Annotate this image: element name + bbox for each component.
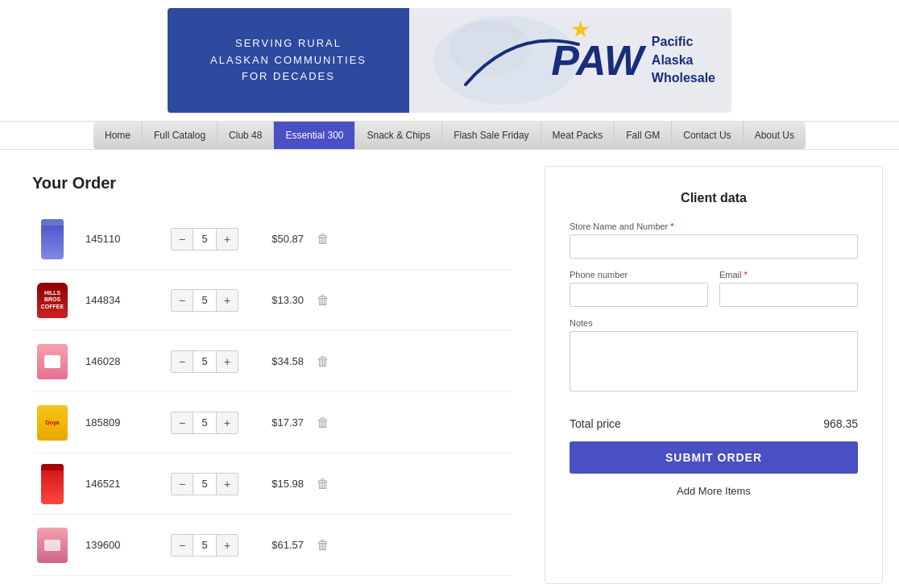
nav-item-club-48[interactable]: Club 48 — [218, 122, 274, 149]
order-title: Your Order — [32, 174, 512, 193]
qty-increase-0[interactable]: + — [217, 229, 238, 250]
delete-item-0[interactable]: 🗑 — [317, 232, 329, 246]
nav-item-full-catalog[interactable]: Full Catalog — [143, 122, 218, 149]
email-input[interactable] — [719, 283, 858, 307]
nav-item-flash-sale-friday[interactable]: Flash Sale Friday — [442, 122, 541, 149]
qty-input-1[interactable] — [193, 290, 217, 311]
item-price-3: $17.37 — [251, 416, 304, 429]
item-sku-0: 145110 — [85, 233, 158, 245]
qty-control-0: − + — [171, 228, 238, 251]
item-sku-2: 146028 — [85, 355, 158, 367]
total-row: Total price 968.35 — [570, 406, 858, 441]
item-price-0: $50.87 — [251, 233, 304, 245]
navigation: HomeFull CatalogClub 48Essential 300Snac… — [0, 121, 899, 150]
nav-item-meat-packs[interactable]: Meat Packs — [541, 122, 615, 149]
phone-field-group: Phone number — [570, 270, 708, 307]
item-image-0 — [32, 217, 72, 261]
item-image-5 — [32, 523, 72, 567]
header-tagline-area: SERVING RURAL ALASKAN COMMUNITIES FOR DE… — [168, 8, 409, 113]
qty-control-2: − + — [171, 350, 238, 373]
store-label: Store Name and Number * — [570, 222, 858, 231]
qty-increase-2[interactable]: + — [217, 351, 238, 372]
nav-item-contact-us[interactable]: Contact Us — [672, 122, 743, 149]
qty-increase-3[interactable]: + — [217, 412, 238, 433]
delete-item-5[interactable]: 🗑 — [317, 538, 329, 553]
order-item: 145110 − + $50.87 🗑 — [32, 209, 512, 270]
qty-decrease-0[interactable]: − — [172, 229, 193, 250]
nav-item-fall-gm[interactable]: Fall GM — [615, 122, 672, 149]
qty-increase-1[interactable]: + — [217, 290, 238, 311]
order-items-list: 145110 − + $50.87 🗑 HILLSBROSCOFFEE 1448… — [32, 209, 512, 576]
item-image-2 — [32, 339, 72, 383]
logo-letters: PAW — [551, 39, 644, 81]
notes-label: Notes — [570, 318, 858, 328]
order-item: 139600 − + $61.57 🗑 — [32, 515, 512, 576]
qty-input-0[interactable] — [193, 229, 217, 250]
item-sku-3: 185809 — [85, 416, 158, 429]
nav-item-snack-&-chips[interactable]: Snack & Chips — [355, 122, 442, 149]
tagline: SERVING RURAL ALASKAN COMMUNITIES FOR DE… — [210, 35, 367, 85]
qty-input-3[interactable] — [193, 412, 217, 433]
order-item: Goya 185809 − + $17.37 🗑 — [32, 392, 512, 453]
logo: PAW Pacific Alaska Wholesale — [551, 33, 715, 87]
notes-input[interactable] — [570, 331, 858, 391]
qty-control-3: − + — [171, 412, 238, 434]
order-section: Your Order 145110 − + $50.87 🗑 HILLSBROS… — [16, 166, 528, 584]
client-data-section: Client data Store Name and Number * Phon… — [545, 166, 883, 584]
item-price-1: $13.30 — [251, 294, 304, 306]
main-content: Your Order 145110 − + $50.87 🗑 HILLSBROS… — [0, 150, 899, 588]
store-field-group: Store Name and Number * — [570, 222, 858, 259]
delete-item-2[interactable]: 🗑 — [317, 354, 329, 369]
submit-order-button[interactable]: SUBMIT ORDER — [570, 441, 858, 474]
delete-item-4[interactable]: 🗑 — [317, 477, 329, 491]
email-field-group: Email * — [719, 270, 858, 307]
item-sku-5: 139600 — [85, 539, 158, 551]
header-logo-area: ★ PAW Pacific Alaska Wholesale — [409, 8, 731, 113]
client-data-title: Client data — [570, 191, 858, 205]
qty-decrease-3[interactable]: − — [172, 412, 193, 433]
item-sku-1: 144834 — [85, 294, 158, 306]
logo-text: Pacific Alaska Wholesale — [652, 33, 715, 87]
item-price-2: $34.58 — [251, 355, 304, 367]
add-more-items-button[interactable]: Add More Items — [570, 482, 858, 500]
qty-input-4[interactable] — [193, 474, 217, 495]
order-item: HILLSBROSCOFFEE 144834 − + $13.30 🗑 — [32, 270, 512, 331]
qty-increase-5[interactable]: + — [217, 535, 238, 556]
total-amount: 968.35 — [823, 417, 858, 430]
nav-item-about-us[interactable]: About Us — [744, 122, 806, 149]
delete-item-3[interactable]: 🗑 — [317, 416, 329, 430]
qty-control-1: − + — [171, 289, 238, 312]
item-price-5: $61.57 — [251, 539, 304, 551]
qty-increase-4[interactable]: + — [217, 474, 238, 495]
nav-item-essential-300[interactable]: Essential 300 — [274, 122, 355, 149]
store-name-input[interactable] — [570, 234, 858, 259]
qty-input-2[interactable] — [193, 351, 217, 372]
phone-email-row: Phone number Email * — [570, 270, 858, 318]
email-label: Email * — [719, 270, 858, 280]
qty-control-5: − + — [171, 534, 238, 557]
qty-decrease-2[interactable]: − — [172, 351, 193, 372]
qty-decrease-5[interactable]: − — [172, 535, 193, 556]
qty-control-4: − + — [171, 473, 238, 495]
qty-input-5[interactable] — [193, 535, 217, 556]
order-item: 146028 − + $34.58 🗑 — [32, 331, 512, 392]
phone-input[interactable] — [570, 283, 708, 307]
order-item: 146521 − + $15.98 🗑 — [32, 453, 512, 515]
qty-decrease-4[interactable]: − — [172, 474, 193, 495]
item-image-4 — [32, 462, 72, 506]
item-sku-4: 146521 — [85, 478, 158, 490]
nav-item-home[interactable]: Home — [93, 122, 143, 149]
item-image-1: HILLSBROSCOFFEE — [32, 278, 72, 322]
item-price-4: $15.98 — [251, 478, 304, 490]
phone-label: Phone number — [570, 270, 708, 280]
item-image-3: Goya — [32, 400, 72, 445]
delete-item-1[interactable]: 🗑 — [317, 293, 329, 308]
total-label: Total price — [570, 417, 621, 430]
notes-field-group: Notes — [570, 318, 858, 395]
header: SERVING RURAL ALASKAN COMMUNITIES FOR DE… — [0, 0, 899, 121]
qty-decrease-1[interactable]: − — [172, 290, 193, 311]
